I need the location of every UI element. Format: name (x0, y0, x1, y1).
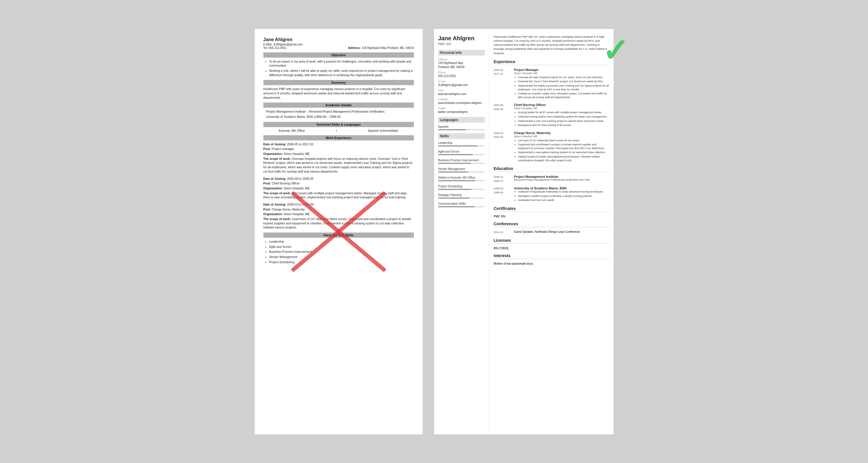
exp-title-2: Chief Nursing Officer (514, 103, 609, 107)
work-block-1: Date of Joining: 2006-05 to 2017-01 Post… (264, 142, 414, 174)
skill-name: Communication Skills (438, 202, 485, 205)
personal-info-section: Personal Info (438, 50, 485, 56)
phone-value: 555-212-5551 (438, 74, 485, 78)
lang-name: Spanish (438, 125, 485, 128)
email-value: JUAhlgren@gmail.com (273, 43, 303, 46)
lang-bar (438, 129, 485, 130)
exp-block-3: 2000-03 -2002-09 Charge Nurse, Maternity… (494, 131, 609, 163)
summary-paragraph: Passionate healthcare PMP with 10+ years… (494, 35, 609, 55)
edu-date-1: 2008-10 -2008-07 (494, 175, 514, 183)
certificates-section-title: Certificates (494, 206, 609, 212)
list-item: Led team of 15+ Maternity Ward nurses fo… (518, 139, 609, 142)
skill-name: Project Scheduling (438, 185, 485, 188)
resume-main-content: Passionate healthcare PMP with 10+ years… (489, 29, 614, 434)
license-value: RN (73829) (494, 247, 609, 250)
work-block-3: Date of Joining: 2000-03 to 2002-09 Post… (264, 202, 414, 230)
skill-keynote: Skilled in Keynote, MS Office (438, 176, 485, 181)
skill-name: Skilled in Keynote, MS Office (438, 176, 485, 179)
academic-header: Academic Details (264, 103, 414, 108)
left-contact-row: Tel: 555-212-5551 Address: 134 Rightward… (264, 46, 414, 50)
list-item: Project Scheduling (269, 260, 414, 264)
www-value: www.janeahlgren.com (438, 92, 485, 96)
interests-value: Mother of two passionate boys. (494, 262, 609, 265)
exp-title-3: Charge Nurse, Maternity (514, 131, 609, 135)
left-resume: Jane Ahlgren E-Mail: JUAhlgren@gmail.com… (255, 29, 423, 434)
summary-text: Healthcare PMP with years of experience … (264, 87, 414, 99)
skill-1: Keynote, MS Office (279, 129, 305, 132)
exp-bullets-1: Oversaw all major hospital projects for … (514, 76, 609, 99)
list-item: Oversaw all major hospital projects for … (518, 76, 609, 79)
bullet-separator: • (336, 129, 337, 132)
objective-header: Objective (264, 52, 414, 58)
exp-content-1: Project Manager Seton Hospital, ME Overs… (514, 68, 609, 100)
twitter-value: twitter.com/janeahlgren (438, 110, 485, 114)
licenses-section-title: Licenses (494, 238, 609, 244)
list-item: Organized and coordinated a project to d… (518, 143, 609, 150)
summary-header: Summary (264, 80, 414, 85)
skill-bpi: Business Process Improvement (438, 159, 485, 164)
list-item: Managed a student project to develop a w… (518, 194, 609, 198)
skill-name: Vendor Management (438, 167, 485, 171)
resume-sidebar: Jane Ahlgren PMP, RN Personal Info Addre… (434, 29, 489, 434)
experience-section-title: Experience (494, 59, 609, 65)
education-section-title: Education (494, 166, 609, 172)
address-line: Address: 134 Rightward Way Portland, ME,… (348, 46, 414, 50)
exp-block-1: 2006-05 -2017-01 Project Manager Seton H… (494, 68, 609, 100)
work-block-2: Date of Joining: 2002-09 to 2006-05 Post… (264, 177, 414, 200)
hard-skills-list: Leadership Agile and Scrum Business Proc… (264, 239, 414, 264)
list-item: Business Process Improvement (269, 250, 414, 254)
edu-block-1: 2008-10 -2008-07 Project Management Inst… (494, 175, 609, 183)
conf-block: 2014-10 Guest Speaker, Northeast Shingo … (494, 230, 609, 235)
left-name: Jane Ahlgren (264, 37, 414, 42)
edu-content-2: University of Southern Maine, BSN Anders… (514, 186, 609, 203)
exp-title-1: Project Manager (514, 68, 609, 71)
languages-section: Languages (438, 117, 485, 123)
email-value: JUAhlgren@gmail.com (438, 83, 485, 87)
skills-row: Keynote, MS Office • Spanish (intermedia… (264, 129, 414, 132)
list-item: Implemented the highly successful Lean T… (518, 84, 609, 91)
list-item: Nursing leader for all 87 nurses with mu… (518, 111, 609, 114)
exp-date-1: 2006-05 -2017-01 (494, 68, 514, 100)
skill-strategic: Strategic Planning (438, 194, 485, 199)
list-item: Created our popular supply room relocati… (518, 92, 609, 99)
exp-date-3: 2000-03 -2002-09 (494, 131, 514, 163)
linkedin-label: LinkedIn (438, 98, 485, 101)
technical-header: Technical Skills & Languages (264, 122, 414, 127)
right-title: PMP, RN (438, 42, 485, 46)
list-item: Initiated project for better gloving/gow… (518, 155, 609, 162)
edu-block-2: 1996-09 -1999-05 University of Southern … (494, 186, 609, 203)
list-item: Agile and Scrum (269, 245, 414, 249)
right-name: Jane Ahlgren (438, 35, 485, 42)
exp-date-2: 2002-09 -2006-05 (494, 103, 514, 127)
academic-list: Project Management Institute – Received … (264, 110, 414, 119)
list-item: Implemented a new cost tracking project … (518, 119, 609, 123)
address-value: 134 Rightward WayPortland, ME, 04019 (438, 61, 485, 69)
interests-section-title: Interests (494, 253, 609, 259)
conf-date: 2014-10 (494, 230, 514, 235)
exp-org-1: Seton Hospital, ME (514, 71, 609, 75)
skill-agile: Agile and Scrum (438, 150, 485, 155)
skill-name: Agile and Scrum (438, 150, 485, 153)
list-item: Oversaw the "Just in Time Restock" proje… (518, 80, 609, 83)
list-item: Project Management Institute – Received … (266, 110, 414, 114)
list-item: University of Southern Maine, BSN (1996-… (266, 115, 414, 119)
edu-inst-1: Project Management Institute (514, 175, 609, 178)
exp-content-2: Chief Nursing Officer Seton Hospital, ME… (514, 103, 609, 127)
linkedin-value: www.linkedin.com/in/jane-ahlgren/ (438, 101, 485, 105)
list-item: Leadership (269, 239, 414, 244)
edu-inst-2: University of Southern Maine, BSN (514, 186, 609, 190)
conferences-section-title: Conferences (494, 222, 609, 227)
skill-2: Spanish (intermediate) (368, 129, 398, 132)
list-item: Andersen Postgraduate Fellowship to stud… (518, 190, 609, 194)
list-item: Vendor Management (269, 255, 414, 259)
twitter-label: Twitter (438, 107, 485, 110)
email-label: E-Mail: (264, 43, 272, 46)
list-item: Graduated Summa Cum Laude (518, 198, 609, 202)
work-header: Work Experience (264, 135, 414, 140)
conf-name: Guest Speaker, Northeast Shingo Lean Con… (514, 230, 609, 233)
skill-name: Leadership (438, 141, 485, 144)
right-resume: Jane Ahlgren PMP, RN Personal Info Addre… (434, 29, 614, 434)
list-item: Implemented a new patient tracking syste… (518, 151, 609, 154)
list-item: Seeking a role, where I will be able to … (269, 69, 414, 77)
lang-bar-fill (438, 129, 466, 130)
